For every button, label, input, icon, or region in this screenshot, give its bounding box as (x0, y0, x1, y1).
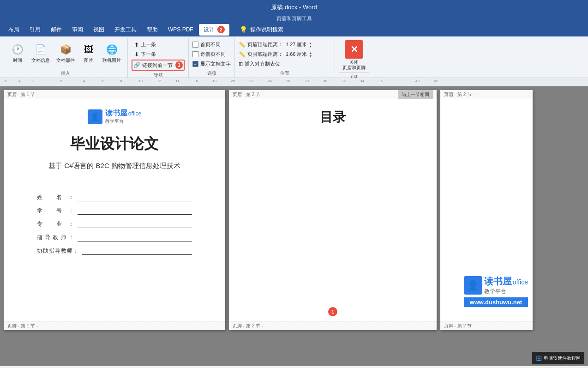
check-showtext[interactable]: ✓ (192, 61, 198, 67)
logo-office: office (128, 110, 141, 117)
ruler: 6 4 2 2 4 6 8 10 12 14 16 18 20 22 24 26… (0, 78, 588, 86)
position-row-footer: 📏 页脚底端距离： 1.66 厘米 ▲ ▼ (239, 51, 331, 58)
ribbon-check-showtext[interactable]: ✓ 显示文档文字 (192, 60, 231, 67)
header-spin-down[interactable]: ▼ (309, 45, 312, 48)
page3-logo-text: 读书屋 (484, 275, 512, 288)
form-label-coadvisor: 协助指导教师： (37, 247, 78, 255)
ribbon-group-position: 📏 页眉顶端距离： 1.27 厘米 ▲ ▼ 📏 页脚底端距离： 1.66 厘米 … (235, 38, 335, 78)
menu-item-view[interactable]: 视图 (89, 24, 109, 36)
header-icon: 📏 (239, 42, 246, 48)
logo-text-group: 读书屋 office 教学平台 (105, 109, 141, 125)
page-3: 页眉 - 第 2 节 - 👤 读书屋 office 教学平台 www.dushu… (440, 90, 533, 330)
page3-logo-sub: 教学平台 (484, 288, 528, 296)
ribbon-position-label: 位置 (239, 69, 331, 78)
menu-item-design[interactable]: 设计 2 (199, 24, 229, 36)
form-row-name: 姓 名： (37, 193, 192, 201)
same-as-prev: 与上一节相同 (398, 90, 433, 99)
ribbon-options-items: 首页不同 奇偶页不同 ✓ 显示文档文字 (192, 38, 231, 67)
ribbon-group-options: 首页不同 奇偶页不同 ✓ 显示文档文字 选项 (189, 38, 235, 78)
position-row-tab[interactable]: ⊞ 插入对齐制表位 (239, 60, 331, 67)
logo-icon: 👤 (88, 109, 102, 124)
footer-spin-down[interactable]: ▼ (309, 54, 312, 58)
page-1: 页眉 - 第 1 节 - 👤 读书屋 office 教学平台 毕业设计论文 基于… (4, 90, 225, 330)
page3-header-label: 页眉 - 第 2 节 - (440, 90, 533, 99)
menu-item-wpspdf[interactable]: WPS PDF (163, 24, 198, 35)
bulb-icon: 💡 (240, 26, 247, 33)
picture-icon: 🖼 (81, 42, 96, 57)
link-badge: 3 (175, 61, 183, 69)
doc-area: 页眉 - 第 1 节 - 👤 读书屋 office 教学平台 毕业设计论文 基于… (0, 86, 588, 366)
ribbon-nav-link[interactable]: 🔗 链接到前一节 3 (132, 60, 185, 71)
form-line-major (78, 221, 192, 228)
page-2: 页眉 - 第 2 节 - 与上一节相同 目录 1 页脚 - 第 2 节 - (229, 90, 437, 330)
page3-url: www.dushuwu.net (464, 297, 528, 307)
page3-logo-icon: 👤 (464, 276, 482, 295)
ribbon-position-items: 📏 页眉顶端距离： 1.27 厘米 ▲ ▼ 📏 页脚底端距离： 1.66 厘米 … (239, 38, 331, 67)
form-row-advisor: 指导教师： (37, 234, 192, 241)
next-icon: ⬇ (134, 51, 139, 58)
ribbon-insert-items: 🕐 时间 📄 文档信息 📦 文档部件 🖼 图片 🌐 联机图片 (7, 38, 124, 69)
page1-header-label: 页眉 - 第 1 节 - (4, 90, 225, 99)
menu-item-help[interactable]: 帮助 (142, 24, 162, 36)
search-area: 💡 操作说明搜索 (240, 26, 283, 34)
ribbon-item-picture[interactable]: 🖼 图片 (78, 40, 99, 65)
thesis-subtitle: 基于 C#语言的 B2C 购物管理信息处理技术 (48, 162, 180, 170)
menu-item-devtools[interactable]: 开发工具 (110, 24, 141, 36)
search-label: 操作说明搜索 (250, 26, 283, 34)
footer-spin-up[interactable]: ▲ (309, 51, 312, 54)
title-text: 原稿.docx - Word (271, 3, 317, 12)
page1-content: 👤 读书屋 office 教学平台 毕业设计论文 基于 C#语言的 B2C 购物… (4, 99, 225, 321)
form-label-name: 姓 名： (37, 193, 74, 201)
design-badge: 2 (217, 26, 225, 33)
ribbon: 🕐 时间 📄 文档信息 📦 文档部件 🖼 图片 🌐 联机图片 插入 (0, 36, 588, 78)
page-number-badge: 1 (328, 307, 337, 316)
form-line-advisor (78, 234, 192, 241)
ribbon-group-nav: ⬆ 上一条 ⬇ 下一条 🔗 链接到前一节 3 导航 (128, 38, 189, 78)
close-button[interactable]: ✕ 关闭页眉和页脚 (339, 38, 369, 72)
ribbon-item-time[interactable]: 🕐 时间 (7, 40, 28, 65)
menu-item-reference[interactable]: 引用 (25, 24, 45, 36)
check-oddeven[interactable] (192, 51, 198, 57)
docpart-icon: 📦 (58, 42, 73, 57)
online-picture-icon: 🌐 (104, 42, 119, 57)
ribbon-check-firstpage[interactable]: 首页不同 (192, 41, 231, 48)
page2-footer-label: 页脚 - 第 2 节 - (229, 321, 437, 330)
footer-spinner[interactable]: ▲ ▼ (309, 51, 312, 58)
ribbon-nav-prev[interactable]: ⬆ 上一条 (132, 40, 159, 49)
close-label: 关闭页眉和页脚 (342, 60, 366, 71)
ribbon-nav-items: ⬆ 上一条 ⬇ 下一条 🔗 链接到前一节 3 (132, 38, 185, 71)
form-label-id: 学 号： (37, 207, 74, 215)
form-line-id (78, 207, 192, 215)
menu-item-mail[interactable]: 邮件 (46, 24, 66, 36)
position-row-header: 📏 页眉顶端距离： 1.27 厘米 ▲ ▼ (239, 41, 331, 48)
online-picture-label: 联机图片 (102, 58, 121, 63)
close-icon: ✕ (345, 40, 363, 59)
header-spin-up[interactable]: ▲ (309, 42, 312, 45)
windows-icon: ⊞ (536, 354, 542, 362)
form-row-major: 专 业： (37, 220, 192, 228)
tools-tab-bar: 页眉和页脚工具 (0, 14, 588, 23)
docinfo-icon: 📄 (33, 42, 48, 57)
page3-footer-label: 页脚 - 第 2 节 (440, 321, 533, 330)
menu-bar: 布局 引用 邮件 审阅 视图 开发工具 帮助 WPS PDF 设计 2 💡 操作… (0, 23, 588, 36)
ribbon-insert-label: 插入 (7, 69, 124, 78)
docinfo-label: 文档信息 (31, 58, 50, 63)
ribbon-check-oddeven[interactable]: 奇偶页不同 (192, 51, 231, 58)
page3-content: 👤 读书屋 office 教学平台 www.dushuwu.net (440, 99, 533, 321)
logo-main-text: 读书屋 (105, 109, 127, 118)
menu-item-layout[interactable]: 布局 (4, 24, 24, 36)
form-line-coadvisor (82, 247, 192, 255)
watermark-text: 电脑软硬件教程网 (544, 355, 581, 362)
ribbon-options-label: 选项 (192, 69, 231, 78)
ribbon-item-docpart[interactable]: 📦 文档部件 (54, 40, 78, 65)
ribbon-item-online-picture[interactable]: 🌐 联机图片 (100, 40, 124, 65)
ribbon-item-docinfo[interactable]: 📄 文档信息 (29, 40, 53, 65)
check-firstpage[interactable] (192, 42, 198, 48)
watermark: ⊞ 电脑软硬件教程网 (532, 352, 584, 364)
menu-item-review[interactable]: 审阅 (67, 24, 88, 36)
thesis-title: 毕业设计论文 (70, 134, 159, 154)
ribbon-nav-next[interactable]: ⬇ 下一条 (132, 50, 159, 59)
title-bar: 原稿.docx - Word (0, 0, 588, 14)
docpart-label: 文档部件 (56, 58, 75, 63)
header-spinner[interactable]: ▲ ▼ (309, 42, 312, 48)
